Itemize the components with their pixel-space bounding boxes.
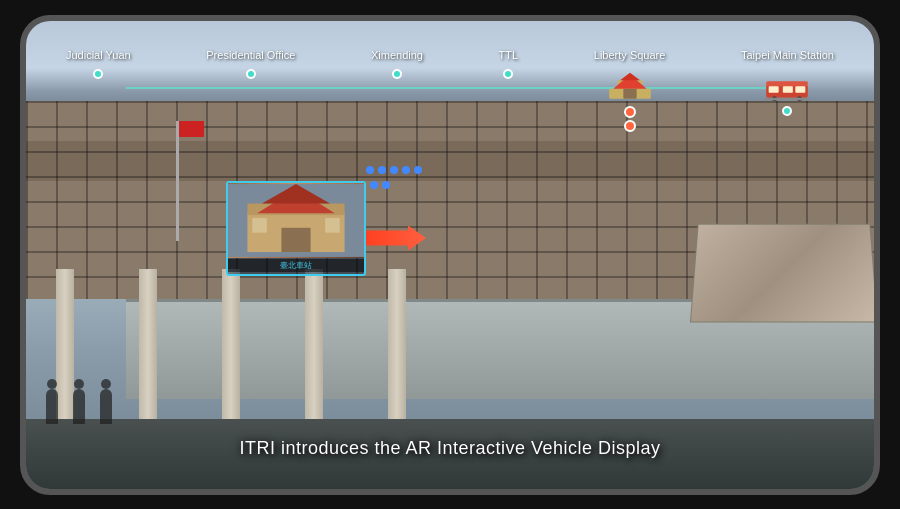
column	[222, 269, 240, 429]
svg-rect-10	[765, 97, 810, 99]
column	[305, 269, 323, 429]
station-label: Presidential Office	[206, 49, 295, 61]
taipei-main-icon	[762, 67, 812, 102]
svg-rect-2	[623, 88, 636, 98]
station-label: TTL	[499, 49, 519, 61]
svg-rect-3	[767, 84, 809, 97]
flag	[179, 121, 204, 137]
column	[139, 269, 157, 429]
svg-rect-6	[783, 86, 793, 93]
station-ximending[interactable]: Ximending	[371, 49, 423, 79]
svg-rect-5	[769, 86, 779, 93]
station-label: Ximending	[371, 49, 423, 61]
svg-rect-0	[609, 88, 651, 98]
nav-timeline-line	[126, 87, 774, 89]
station-dot	[392, 69, 402, 79]
station-presidential-office[interactable]: Presidential Office	[206, 49, 295, 79]
building-columns	[26, 269, 874, 429]
station-label: Liberty Square	[594, 49, 666, 61]
person-silhouette	[46, 389, 58, 424]
svg-rect-4	[767, 81, 809, 86]
person-silhouette	[73, 389, 85, 424]
bottom-area	[26, 419, 874, 489]
ar-navigation-bar: Judicial Yuan Presidential Office Ximend…	[66, 49, 834, 109]
station-dot	[503, 69, 513, 79]
station-label: Judicial Yuan	[66, 49, 131, 61]
flag-pole	[176, 121, 179, 241]
liberty-square-icon	[605, 67, 655, 102]
station-dot	[246, 69, 256, 79]
station-label: Taipei Main Station	[741, 49, 834, 61]
window-frame: Judicial Yuan Presidential Office Ximend…	[20, 15, 880, 495]
station-dot	[93, 69, 103, 79]
station-judicial-yuan[interactable]: Judicial Yuan	[66, 49, 131, 79]
people-silhouettes	[46, 389, 112, 424]
svg-rect-7	[796, 86, 806, 93]
column	[388, 269, 406, 429]
svg-rect-1	[617, 80, 642, 90]
person-silhouette	[100, 389, 112, 424]
scene-background: Judicial Yuan Presidential Office Ximend…	[26, 21, 874, 489]
station-ttl[interactable]: TTL	[499, 49, 519, 79]
